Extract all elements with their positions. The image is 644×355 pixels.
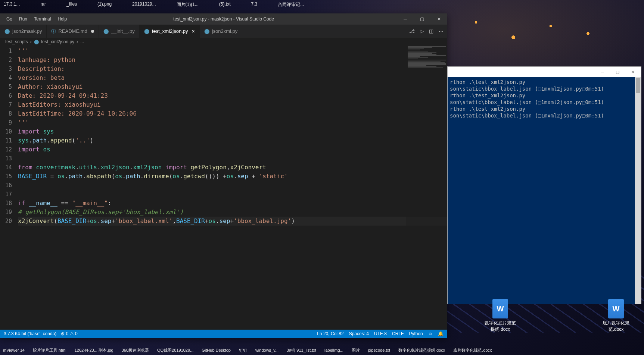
titlebar[interactable]: Go Run Terminal Help test_xml2json.py - … <box>0 13 447 25</box>
taskbar-item[interactable]: 图片 <box>352 348 360 353</box>
desktop-icon-label[interactable]: 合同评审记... <box>278 1 304 8</box>
taskbar-item[interactable]: 数字化底片规范提纲.docx <box>398 348 445 353</box>
maximize-button[interactable]: ▢ <box>610 67 625 76</box>
tab-label: test_xml2json.py <box>152 28 188 34</box>
desktop-icon-label[interactable]: rar <box>40 1 46 7</box>
word-icon: W <box>608 299 624 318</box>
taskbar-item[interactable]: 胶片评片工具.html <box>33 348 66 353</box>
tab-label: README.md <box>58 28 87 34</box>
word-icon: W <box>492 299 508 318</box>
breadcrumb-item[interactable]: ... <box>80 39 84 44</box>
tab-test-xml2json[interactable]: ⬤test_xml2json.py× <box>140 25 200 38</box>
taskbar-item[interactable]: 1262-N-23... 副本.jpg <box>75 348 113 353</box>
minimap[interactable] <box>406 46 447 330</box>
desktop-icon-label[interactable]: 同片(1)(1... <box>177 1 199 8</box>
status-cursor[interactable]: Ln 20, Col 82 <box>317 331 343 336</box>
menu-terminal[interactable]: Terminal <box>31 16 54 22</box>
editor-actions: ⎇ ▷ ◫ ⋯ <box>409 25 447 38</box>
desktop-icon-label[interactable]: 7.3 <box>251 1 258 7</box>
info-icon: ⓘ <box>51 28 56 35</box>
status-language[interactable]: Python <box>409 331 423 336</box>
scrollbar-thumb[interactable] <box>636 78 640 93</box>
file-label: 数字化底片规范提纲.docx <box>483 320 517 333</box>
close-button[interactable]: ✕ <box>430 13 447 25</box>
python-icon: ⬤ <box>204 28 210 34</box>
desktop-icon-label[interactable]: (5).txt <box>219 1 231 7</box>
code-content[interactable]: '''lanhuage: pythonDescripttion:version:… <box>18 46 447 330</box>
minimize-button[interactable]: ─ <box>397 13 414 25</box>
desktop-icon-label[interactable]: _files <box>66 1 77 7</box>
close-icon[interactable]: × <box>192 28 195 34</box>
desktop-docx-icon[interactable]: W底片数字化规范.docx <box>599 299 633 333</box>
taskbar-item[interactable]: labelImg... <box>324 348 343 352</box>
taskbar-item[interactable]: pipecode.txt <box>368 348 390 352</box>
more-icon[interactable]: ⋯ <box>439 28 444 34</box>
tab-json2xml[interactable]: ⬤json2xml.py <box>200 25 243 38</box>
status-python-env[interactable]: 3.7.3 64-bit ('base': conda) <box>4 331 56 336</box>
taskbar-item[interactable]: windows_v... <box>255 348 279 352</box>
python-icon: ⬤ <box>103 28 109 34</box>
split-icon[interactable]: ◫ <box>429 28 433 34</box>
editor-tabs: ⬤json2mask.py ⓘREADME.md ⬤__init__.py ⬤t… <box>0 25 447 38</box>
tab-label: json2mask.py <box>12 28 42 34</box>
file-label: 底片数字化规范.docx <box>599 320 633 333</box>
window-controls: ─ ▢ ✕ <box>397 13 447 25</box>
taskbar-item[interactable]: 360极速浏览器 <box>122 348 149 353</box>
taskbar-item[interactable]: QQ截图20191029... <box>157 348 193 353</box>
modified-dot-icon <box>91 30 94 33</box>
breadcrumbs[interactable]: test_scripts› ⬤test_xml2json.py› ... <box>0 38 447 46</box>
run-icon[interactable]: ▷ <box>420 28 424 34</box>
desktop-icon-label[interactable]: 17.3.1... <box>4 1 20 7</box>
python-icon: ⬤ <box>4 28 10 34</box>
terminal-output[interactable]: rthon .\test_xml2json.py son\static\bbox… <box>448 77 641 304</box>
editor-area[interactable]: 1234567891011121314151617181920 '''lanhu… <box>0 46 447 330</box>
tab-label: json2xml.py <box>212 28 238 34</box>
taskbar: mViewer 14胶片评片工具.html1262-N-23... 副本.jpg… <box>0 345 644 355</box>
chevron-right-icon: › <box>77 39 78 44</box>
status-eol[interactable]: CRLF <box>392 331 404 336</box>
taskbar-item[interactable]: 底片数字化规范.docx <box>453 348 492 353</box>
minimize-button[interactable]: ─ <box>595 67 610 76</box>
breadcrumb-item[interactable]: test_xml2json.py <box>41 39 74 44</box>
python-icon: ⬤ <box>34 39 39 44</box>
terminal-window: ─ ▢ ✕ rthon .\test_xml2json.py son\stati… <box>447 66 641 304</box>
desktop-docx-icon[interactable]: W数字化底片规范提纲.docx <box>483 299 517 333</box>
tab-init[interactable]: ⬤__init__.py <box>99 25 140 38</box>
taskbar-item[interactable]: mViewer 14 <box>3 348 25 352</box>
breadcrumb-item[interactable]: test_scripts <box>5 39 28 44</box>
line-numbers: 1234567891011121314151617181920 <box>0 46 18 330</box>
vscode-window: Go Run Terminal Help test_xml2json.py - … <box>0 13 447 338</box>
tab-json2mask[interactable]: ⬤json2mask.py <box>0 25 47 38</box>
menu-help[interactable]: Help <box>54 16 70 22</box>
desktop-icon-label[interactable]: 20191029... <box>132 1 156 7</box>
tab-label: __init__.py <box>111 28 135 34</box>
taskbar-item[interactable]: GitHub Desktop <box>202 348 231 352</box>
taskbar-item[interactable]: 钉钉 <box>239 348 247 353</box>
menu-bar: Go Run Terminal Help <box>0 16 70 22</box>
tab-readme[interactable]: ⓘREADME.md <box>47 25 99 38</box>
terminal-titlebar[interactable]: ─ ▢ ✕ <box>448 67 641 77</box>
menu-run[interactable]: Run <box>16 16 31 22</box>
chevron-right-icon: › <box>30 39 32 44</box>
taskbar-item[interactable]: 3#机 911_list.txt <box>287 348 316 353</box>
maximize-button[interactable]: ▢ <box>414 13 430 25</box>
status-bar: 3.7.3 64-bit ('base': conda) ⊗ 0 ⚠ 0 Ln … <box>0 330 447 338</box>
menu-go[interactable]: Go <box>3 16 16 22</box>
python-icon: ⬤ <box>144 28 150 34</box>
status-encoding[interactable]: UTF-8 <box>374 331 387 336</box>
status-feedback-icon[interactable]: ☺ <box>428 331 433 336</box>
desktop-icon-label[interactable]: (1).png <box>97 1 112 7</box>
compare-icon[interactable]: ⎇ <box>409 28 415 34</box>
desktop-top-icons: 17.3.1... rar _files (1).png 20191029...… <box>0 0 644 9</box>
status-problems[interactable]: ⊗ 0 ⚠ 0 <box>61 331 77 336</box>
scrollbar[interactable] <box>635 77 641 304</box>
close-button[interactable]: ✕ <box>625 67 640 76</box>
status-bell-icon[interactable]: 🔔 <box>438 331 444 336</box>
desktop-file-icons: W数字化底片规范提纲.docx W底片数字化规范.docx <box>483 299 633 333</box>
status-indent[interactable]: Spaces: 4 <box>349 331 369 336</box>
